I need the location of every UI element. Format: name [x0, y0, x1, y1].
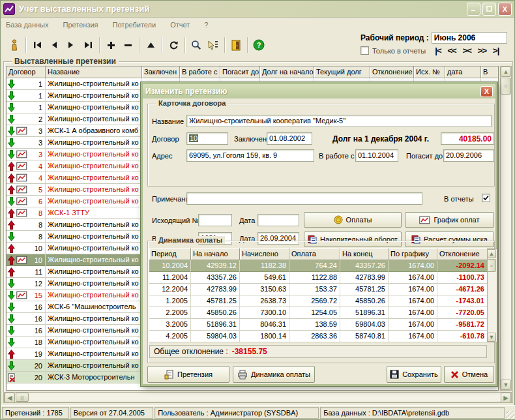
- payments-scroll-down[interactable]: ▼: [487, 333, 496, 342]
- column-header[interactable]: Текущий долг: [314, 67, 370, 78]
- exit-door-icon: [231, 40, 241, 51]
- prior-record-button[interactable]: [46, 37, 63, 53]
- payments-column-header[interactable]: Начислено: [240, 248, 289, 260]
- debt-label: Долг на 1 декабря 2004 г.: [332, 134, 429, 143]
- menu-item[interactable]: База данных: [6, 21, 49, 29]
- hscroll-thumb[interactable]: |||: [16, 393, 29, 402]
- payments-row[interactable]: 10.2004 42939.12 1182.38 764.24 43357.26…: [149, 260, 487, 272]
- payments-column-header[interactable]: Оплата: [289, 248, 340, 260]
- delete-record-button[interactable]: [119, 37, 136, 53]
- in-work-field[interactable]: 01.10.2004: [355, 149, 398, 162]
- coin-icon: [334, 215, 343, 224]
- payments-column-header[interactable]: Отклонение: [437, 248, 487, 260]
- maximize-button[interactable]: [482, 3, 496, 16]
- payments-column-header[interactable]: На конец: [340, 248, 389, 260]
- next-record-button[interactable]: [63, 37, 80, 53]
- insert-record-button[interactable]: [102, 37, 119, 53]
- search-button[interactable]: [188, 37, 205, 53]
- column-header[interactable]: Отклонение: [370, 67, 414, 78]
- payments-scroll-up[interactable]: ▲: [487, 249, 496, 258]
- edit-record-button[interactable]: [142, 37, 159, 53]
- payments-scrollbar[interactable]: ▲ ≡ ▼: [487, 248, 497, 342]
- help-button[interactable]: ?: [250, 37, 267, 53]
- column-header[interactable]: Долг на начало: [260, 67, 314, 78]
- period-nav-button[interactable]: ><: [463, 46, 471, 55]
- column-header[interactable]: Договор: [7, 67, 46, 78]
- close-button[interactable]: X: [498, 3, 512, 16]
- refresh-button[interactable]: [165, 37, 182, 53]
- exit-button[interactable]: [228, 37, 244, 53]
- menu-item[interactable]: ?: [204, 21, 208, 29]
- period-nav-button[interactable]: >|: [493, 46, 499, 55]
- column-header[interactable]: В работе с: [180, 67, 220, 78]
- working-period-input[interactable]: Июнь 2006: [432, 32, 507, 44]
- start-balance-cell: 51896.31: [191, 319, 240, 331]
- minimize-button[interactable]: [467, 3, 480, 16]
- period-nav-button[interactable]: >>: [478, 46, 486, 55]
- scroll-left-arrow[interactable]: ◀: [5, 393, 15, 403]
- outgoing-field[interactable]: [198, 214, 232, 226]
- period-nav-button[interactable]: |<: [435, 46, 441, 55]
- contract-number: 10: [35, 245, 45, 252]
- menu-item[interactable]: Претензия: [63, 21, 98, 29]
- menu-item[interactable]: Потребители: [113, 21, 156, 29]
- down-arrow-icon: [8, 291, 15, 300]
- payments-row[interactable]: 3.2005 51896.31 8046.31 138.59 59804.03 …: [149, 319, 487, 331]
- outgoing-label: Исходящий №: [152, 217, 199, 224]
- payments-row[interactable]: 4.2005 59804.03 1800.14 2863.36 58740.81…: [149, 331, 487, 342]
- payment-schedule-button[interactable]: График оплат: [405, 212, 494, 228]
- payment-chart-icon: [16, 209, 27, 217]
- signed-field[interactable]: 01.08.2002: [267, 132, 312, 145]
- period-nav-button[interactable]: <<: [447, 46, 456, 55]
- login-button[interactable]: [6, 37, 23, 53]
- scroll-down-arrow[interactable]: ▼: [501, 380, 511, 390]
- payments-button[interactable]: Оплаты: [304, 212, 402, 228]
- scroll-up-arrow[interactable]: ▲: [501, 67, 511, 77]
- payments-row[interactable]: 12.2004 42783.99 3150.63 153.37 45781.25…: [149, 284, 487, 295]
- name-field[interactable]: Жилищно-строительный кооператив "Медик-5…: [186, 115, 492, 127]
- name-label: Название: [152, 117, 184, 125]
- contract-number: 5: [38, 186, 45, 194]
- column-header[interactable]: Заключен: [142, 67, 180, 78]
- outgoing-date-field[interactable]: [258, 214, 299, 226]
- payments-column-header[interactable]: Период: [149, 248, 191, 260]
- scroll-thumb[interactable]: ≡: [501, 78, 511, 95]
- period-cell: 10.2004: [149, 260, 191, 272]
- first-record-button[interactable]: [29, 37, 46, 53]
- address-field[interactable]: 69095, ул.Гоголя 159, кв. 9: [186, 149, 314, 162]
- dialog-close-button[interactable]: X: [480, 86, 493, 97]
- column-header[interactable]: Погасит до: [220, 67, 260, 78]
- last-record-button[interactable]: [80, 37, 96, 53]
- resize-grip[interactable]: [506, 411, 514, 419]
- payments-row[interactable]: 1.2005 45781.25 2638.73 2569.72 45850.26…: [149, 295, 487, 307]
- menu-item[interactable]: Отчет: [170, 21, 190, 29]
- column-header[interactable]: дата: [445, 67, 481, 78]
- column-header[interactable]: Название: [46, 67, 142, 78]
- claim-print-button[interactable]: Претензия: [147, 366, 229, 383]
- select-record-button[interactable]: [205, 37, 222, 53]
- save-button[interactable]: Сохранить: [387, 366, 441, 383]
- dialog-title: Изменить претензию: [145, 87, 228, 96]
- contract-number: 19: [35, 350, 45, 358]
- column-header[interactable]: Исх. №: [414, 67, 445, 78]
- payments-scroll-thumb[interactable]: ≡: [487, 259, 496, 272]
- contract-field[interactable]: 10: [186, 132, 228, 145]
- consumer-name: Жилищно-строительный ко: [46, 184, 142, 196]
- to-reports-checkbox[interactable]: [482, 194, 490, 202]
- vertical-scrollbar[interactable]: ▲ ≡ ▼: [500, 66, 512, 391]
- address-label: Адрес: [152, 152, 173, 160]
- column-header[interactable]: В: [481, 67, 499, 78]
- consumer-name: Жилищно-строительный ко: [46, 137, 142, 149]
- repay-field[interactable]: 20.09.2006: [443, 149, 494, 162]
- scroll-right-arrow[interactable]: ▶: [501, 393, 511, 403]
- note-field[interactable]: [186, 192, 422, 205]
- payments-row[interactable]: 2.2005 45850.26 7300.10 1254.05 51896.31…: [149, 307, 487, 319]
- dynamics-print-button[interactable]: Динамика оплаты: [233, 366, 315, 383]
- cancel-button[interactable]: Отмена: [444, 366, 494, 383]
- payments-column-header[interactable]: По графику: [389, 248, 437, 260]
- app-icon: [3, 3, 15, 15]
- only-reports-checkbox[interactable]: [360, 46, 369, 55]
- payments-column-header[interactable]: На начало: [191, 248, 240, 260]
- payments-row[interactable]: 11.2004 43357.26 549.61 1122.88 42783.99…: [149, 272, 487, 284]
- horizontal-scrollbar[interactable]: ◀ ||| ▶: [4, 392, 512, 402]
